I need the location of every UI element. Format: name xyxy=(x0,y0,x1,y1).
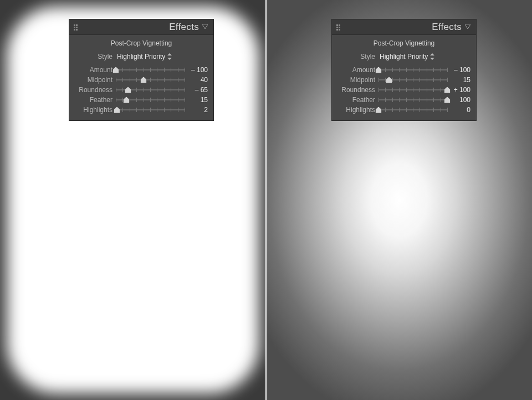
slider-row-roundness: Roundness+ 100 xyxy=(337,85,470,95)
slider-amount[interactable] xyxy=(116,66,185,74)
panel-header[interactable]: Effects xyxy=(332,19,476,35)
slider-thumb-icon[interactable] xyxy=(444,97,451,103)
section-title: Post-Crop Vignetting xyxy=(337,38,470,50)
style-label: Style xyxy=(75,53,116,60)
panel-collapse-icon[interactable] xyxy=(465,24,470,30)
style-label: Style xyxy=(337,53,378,60)
slider-thumb-icon[interactable] xyxy=(386,77,392,83)
slider-thumb-icon[interactable] xyxy=(123,97,129,103)
pane-divider xyxy=(265,0,267,400)
panel-title: Effects xyxy=(341,22,465,33)
slider-row-roundness: Roundness– 65 xyxy=(75,85,208,95)
slider-value[interactable]: 15 xyxy=(185,96,208,104)
slider-value[interactable]: 40 xyxy=(185,76,208,84)
slider-label: Feather xyxy=(75,96,116,104)
slider-midpoint[interactable] xyxy=(116,76,185,84)
style-dropdown[interactable]: Highlight Priority xyxy=(116,52,173,61)
dropdown-updown-icon xyxy=(167,53,172,60)
slider-thumb-icon[interactable] xyxy=(113,67,119,73)
effects-panel-right: Effects Post-Crop Vignetting Style Highl… xyxy=(331,19,477,121)
effects-panel-left: Effects Post-Crop Vignetting Style Highl… xyxy=(69,19,214,121)
slider-thumb-icon[interactable] xyxy=(376,107,382,113)
panel-title: Effects xyxy=(78,22,202,33)
slider-row-amount: Amount– 100 xyxy=(337,65,470,75)
slider-midpoint[interactable] xyxy=(378,76,447,84)
slider-rows-left: Amount– 100Midpoint40Roundness– 65Feathe… xyxy=(75,65,208,115)
slider-row-midpoint: Midpoint15 xyxy=(337,75,470,85)
slider-thumb-icon[interactable] xyxy=(376,67,382,73)
slider-value[interactable]: – 100 xyxy=(447,66,470,74)
slider-row-midpoint: Midpoint40 xyxy=(75,75,208,85)
slider-label: Roundness xyxy=(75,86,116,94)
slider-value[interactable]: 0 xyxy=(447,106,470,114)
panel-body: Post-Crop Vignetting Style Highlight Pri… xyxy=(69,35,213,120)
panel-header[interactable]: Effects xyxy=(69,19,213,35)
style-row: Style Highlight Priority xyxy=(75,50,208,63)
slider-feather[interactable] xyxy=(116,96,185,104)
slider-label: Midpoint xyxy=(75,76,116,84)
slider-label: Amount xyxy=(75,66,116,74)
preview-pane-left: Effects Post-Crop Vignetting Style Highl… xyxy=(0,0,266,400)
slider-value[interactable]: 15 xyxy=(447,76,470,84)
style-value: Highlight Priority xyxy=(117,53,165,60)
slider-label: Midpoint xyxy=(337,76,378,84)
slider-label: Highlights xyxy=(75,106,116,114)
slider-roundness[interactable] xyxy=(116,86,185,94)
panel-grip-icon[interactable] xyxy=(336,24,341,31)
slider-thumb-icon[interactable] xyxy=(444,87,451,93)
slider-row-feather: Feather15 xyxy=(75,95,208,105)
slider-label: Amount xyxy=(337,66,378,74)
slider-label: Highlights xyxy=(337,106,378,114)
svg-marker-0 xyxy=(202,24,208,29)
panel-collapse-icon[interactable] xyxy=(202,24,208,30)
style-row: Style Highlight Priority xyxy=(337,50,470,63)
slider-highlights[interactable] xyxy=(378,106,447,114)
slider-value[interactable]: + 100 xyxy=(447,86,470,94)
slider-row-highlights: Highlights0 xyxy=(337,105,470,115)
style-dropdown[interactable]: Highlight Priority xyxy=(378,52,436,61)
slider-row-amount: Amount– 100 xyxy=(75,65,208,75)
slider-thumb-icon[interactable] xyxy=(125,87,131,93)
slider-thumb-icon[interactable] xyxy=(114,107,120,113)
slider-label: Roundness xyxy=(337,86,378,94)
slider-amount[interactable] xyxy=(378,66,447,74)
slider-value[interactable]: 100 xyxy=(447,96,470,104)
slider-value[interactable]: 2 xyxy=(185,106,208,114)
preview-pane-right: Effects Post-Crop Vignetting Style Highl… xyxy=(266,0,532,400)
section-title: Post-Crop Vignetting xyxy=(75,38,208,50)
slider-label: Feather xyxy=(337,96,378,104)
panel-grip-icon[interactable] xyxy=(74,24,78,31)
slider-thumb-icon[interactable] xyxy=(140,77,146,83)
style-value: Highlight Priority xyxy=(380,53,428,60)
slider-rows-right: Amount– 100Midpoint15Roundness+ 100Feath… xyxy=(337,65,470,115)
slider-highlights[interactable] xyxy=(116,106,185,114)
panel-body: Post-Crop Vignetting Style Highlight Pri… xyxy=(332,35,476,120)
slider-row-feather: Feather100 xyxy=(337,95,470,105)
slider-roundness[interactable] xyxy=(378,86,447,94)
slider-feather[interactable] xyxy=(378,96,447,104)
slider-row-highlights: Highlights2 xyxy=(75,105,208,115)
svg-marker-1 xyxy=(465,24,470,29)
slider-value[interactable]: – 65 xyxy=(185,86,208,94)
dropdown-updown-icon xyxy=(430,53,434,60)
slider-value[interactable]: – 100 xyxy=(185,66,208,74)
